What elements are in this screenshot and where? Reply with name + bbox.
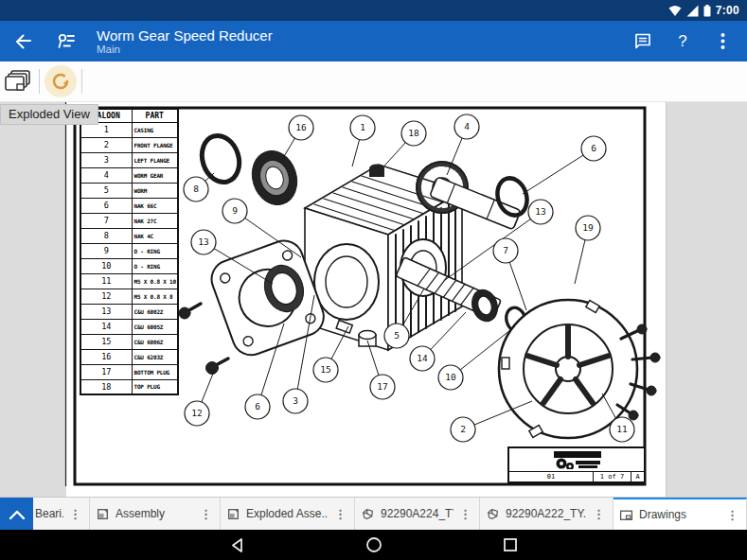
tab-exploded-asse[interactable]: Exploded Asse...⋮ (221, 498, 355, 530)
tab-label: Beari... (35, 507, 63, 520)
parts-table-row: 6NAK 66C (80, 198, 178, 213)
collapse-tabs-button[interactable] (0, 498, 33, 531)
tab-menu-icon[interactable]: ⋮ (587, 507, 611, 521)
svg-text:2: 2 (460, 424, 466, 434)
sheet-number: 01 (509, 472, 594, 481)
assembly-icon (96, 507, 110, 521)
android-back-button[interactable] (221, 532, 255, 558)
tab-menu-icon[interactable]: ⋮ (63, 507, 87, 521)
parts-table-row: 18TOP PLUG (80, 379, 178, 394)
tab-menu-icon[interactable]: ⋮ (329, 507, 352, 521)
help-icon[interactable]: ? (667, 26, 698, 57)
tab-drawings[interactable]: Drawings⋮ (614, 498, 747, 530)
document-tab-bar: Beari...⋮Assembly⋮Exploded Asse...⋮92290… (0, 497, 747, 530)
svg-text:11: 11 (616, 424, 628, 434)
android-home-button[interactable] (357, 532, 391, 558)
android-navigation-bar (0, 530, 747, 560)
svg-text:3: 3 (293, 395, 298, 406)
versions-icon[interactable] (51, 26, 81, 57)
parts-table-row: 4WORM GEAR (80, 167, 178, 183)
sheets-button[interactable] (0, 63, 36, 99)
workspace-subtitle: Main (97, 44, 628, 56)
svg-text:8: 8 (193, 184, 199, 194)
part-icon (361, 507, 375, 521)
overflow-menu-icon[interactable] (707, 26, 738, 57)
svg-text:14: 14 (417, 353, 428, 363)
toolbar-divider (81, 69, 82, 94)
svg-text:18: 18 (408, 128, 419, 138)
svg-text:7: 7 (503, 245, 508, 255)
tab-menu-icon[interactable]: ⋮ (194, 507, 218, 521)
svg-text:9: 9 (232, 205, 238, 216)
tab-label: Assembly (116, 507, 194, 520)
toolbar-divider (39, 69, 40, 94)
tab-assembly[interactable]: Assembly⋮ (90, 498, 221, 530)
clock-time: 7:00 (716, 4, 739, 17)
svg-text:13: 13 (198, 236, 208, 247)
drawing-toolbar (0, 61, 747, 102)
parts-table-header: PART (132, 109, 178, 122)
parts-table-row: 2FRONT FLANGE (80, 137, 178, 152)
svg-text:4: 4 (464, 121, 470, 131)
cellular-signal-icon (686, 5, 699, 17)
parts-table-row: 10O - RING (80, 258, 178, 273)
svg-text:10: 10 (445, 372, 456, 382)
drawing-canvas[interactable]: 16118468913131975151410173612211 BALOONP… (0, 102, 747, 497)
parts-table-row: 15C&U 6006Z (80, 334, 178, 349)
status-bar: 7:00 (0, 0, 747, 21)
svg-text:6: 6 (255, 401, 260, 411)
svg-text:12: 12 (191, 408, 202, 418)
tab-92290a224-ty[interactable]: 92290A224_TY...⋮ (355, 498, 480, 530)
parts-table-row: 13C&U 6002Z (80, 304, 178, 319)
tab-beari[interactable]: Beari...⋮ (33, 498, 90, 530)
tab-92290a222-ty[interactable]: 92290A222_TY...⋮ (480, 498, 614, 530)
back-arrow-icon[interactable] (8, 26, 38, 57)
parts-table-row: 17BOTTOM PLUG (80, 364, 178, 379)
parts-table-row: 8NAK 4C (80, 228, 178, 243)
svg-text:6: 6 (591, 143, 596, 153)
android-recents-button[interactable] (493, 532, 527, 558)
battery-icon (703, 5, 711, 17)
parts-table-row: 11M5 X 0.8 X 10 (80, 273, 178, 289)
exploded-view-button[interactable] (43, 63, 79, 99)
svg-text:19: 19 (582, 222, 594, 233)
tab-label: Exploded Asse... (246, 507, 329, 520)
tab-label: Drawings (639, 508, 720, 521)
manufacturer-logo (509, 448, 644, 471)
comment-icon[interactable] (628, 26, 658, 57)
assembly-icon (226, 507, 240, 521)
svg-text:16: 16 (295, 122, 307, 132)
parts-table-row: 14C&U 6005Z (80, 319, 178, 334)
revision: A (631, 472, 644, 481)
parts-table-row: 7NAK 27C (80, 213, 178, 228)
part-icon (486, 507, 500, 521)
drawing-icon (619, 508, 633, 522)
exploded-view-tooltip: Exploded View (0, 104, 98, 125)
app-bar: Worm Gear Speed Reducer Main ? (0, 21, 747, 61)
svg-text:1: 1 (360, 122, 365, 132)
parts-table-row: 5WORM (80, 183, 178, 198)
page-count: 1 of 7 (594, 472, 631, 481)
svg-text:17: 17 (377, 381, 387, 392)
tab-label: 92290A222_TY... (506, 507, 587, 520)
parts-table: BALOONPART 1CASING2FRONT FLANGE3LEFT FLA… (80, 108, 179, 395)
page-title: Worm Gear Speed Reducer (97, 27, 628, 44)
parts-table-row: 3LEFT FLANGE (80, 152, 178, 167)
parts-table-row: 12M5 X 0.8 X 8 (80, 289, 178, 304)
parts-table-row: 16C&U 6203Z (80, 349, 178, 364)
parts-table-row: 9O - RING (80, 243, 178, 258)
svg-text:15: 15 (320, 364, 330, 375)
svg-text:5: 5 (394, 330, 400, 341)
svg-text:13: 13 (535, 206, 545, 217)
tab-menu-icon[interactable]: ⋮ (454, 507, 477, 521)
wifi-icon (668, 5, 682, 17)
tab-menu-icon[interactable]: ⋮ (720, 508, 744, 522)
tab-label: 92290A224_TY... (381, 507, 454, 520)
title-block: 01 1 of 7 A (507, 446, 646, 483)
